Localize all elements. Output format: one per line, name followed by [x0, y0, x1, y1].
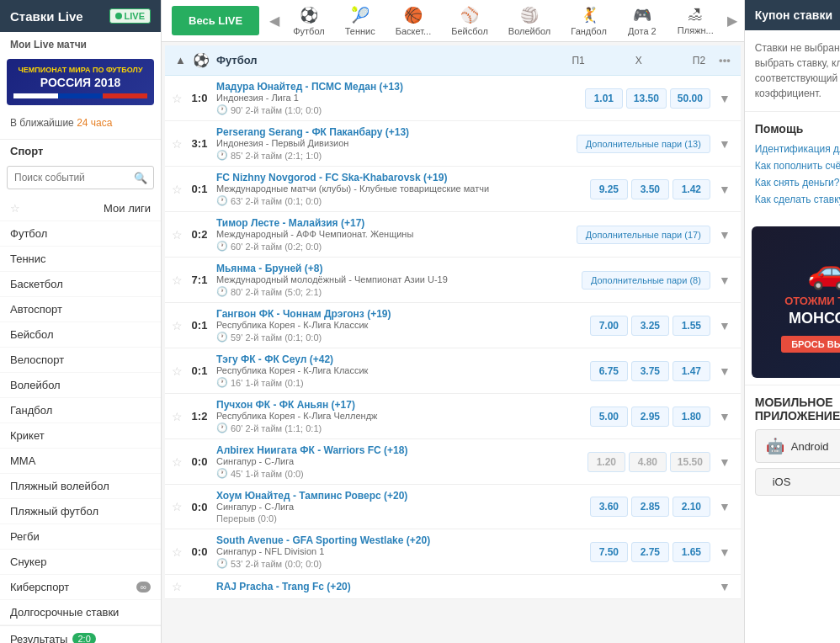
expand-button[interactable]: ▼: [715, 455, 734, 469]
odd-x-button[interactable]: 13.50: [626, 88, 667, 109]
sidebar-item-football[interactable]: Футбол: [0, 221, 161, 247]
favorite-star-button[interactable]: ☆: [172, 228, 183, 242]
all-live-button[interactable]: Весь LIVE: [172, 6, 259, 35]
favorite-star-button[interactable]: ☆: [172, 455, 183, 469]
help-link-withdraw[interactable]: Как снять деньги?: [755, 176, 840, 189]
sport-tab-volleyball[interactable]: 🏐 Волейбол: [498, 1, 561, 41]
expand-button[interactable]: ▼: [715, 137, 734, 151]
match-teams[interactable]: South Avenue - GFA Sporting Westlake (+2…: [216, 534, 585, 546]
match-teams[interactable]: Perserang Serang - ФК Паканбару (+13): [216, 126, 572, 138]
expand-button[interactable]: ▼: [715, 500, 734, 513]
odd-p2-button[interactable]: 2.10: [673, 497, 710, 517]
favorite-star-button[interactable]: ☆: [172, 183, 183, 196]
odd-p1-button[interactable]: 7.00: [590, 316, 628, 336]
odd-p1-button[interactable]: 9.25: [590, 179, 628, 199]
odd-p1-button[interactable]: 3.60: [590, 497, 628, 517]
help-link-id[interactable]: Идентификация для игры: [755, 142, 840, 155]
sidebar-item-esports[interactable]: Киберспорт ∞: [0, 575, 161, 600]
sidebar-item-my-leagues[interactable]: ☆ Мои лиги: [0, 196, 161, 221]
expand-button[interactable]: ▼: [715, 274, 734, 287]
odd-x-button[interactable]: 3.25: [631, 316, 669, 336]
odd-x-button[interactable]: 2.75: [631, 542, 669, 562]
odd-p1-button[interactable]: 7.50: [590, 542, 628, 562]
match-teams[interactable]: Хоум Юнайтед - Тампинс Роверс (+20): [216, 490, 585, 502]
match-teams[interactable]: FC Nizhny Novgorod - FC Ska-Khabarovsk (…: [216, 172, 585, 183]
odd-p1-button[interactable]: 1.01: [585, 88, 623, 109]
odd-x-button[interactable]: 4.80: [629, 452, 667, 472]
sidebar-item-rugby[interactable]: Регби: [0, 524, 161, 550]
odd-p1-button[interactable]: 6.75: [590, 361, 628, 381]
nav-right-arrow[interactable]: ▶: [724, 13, 741, 29]
extra-markets-button[interactable]: Дополнительные пари (17): [577, 226, 710, 244]
extra-markets-button[interactable]: Дополнительные пари (13): [577, 135, 710, 153]
odd-p2-button[interactable]: 1.80: [673, 407, 710, 427]
match-teams[interactable]: Гангвон ФК - Чоннам Дрэгонз (+19): [216, 308, 585, 320]
odd-p1-button[interactable]: 5.00: [590, 407, 628, 427]
sidebar-item-snooker[interactable]: Снукер: [0, 550, 161, 575]
sidebar-item-cricket[interactable]: Крикет: [0, 423, 161, 449]
favorite-star-button[interactable]: ☆: [172, 580, 183, 593]
nav-left-arrow[interactable]: ◀: [266, 13, 283, 29]
expand-button[interactable]: ▼: [715, 580, 734, 593]
match-teams[interactable]: Мадура Юнайтед - ПСМС Медан (+13): [216, 81, 580, 93]
extra-markets-button[interactable]: Дополнительные пари (8): [582, 271, 710, 290]
match-teams[interactable]: Пучхон ФК - ФК Аньян (+17): [216, 399, 585, 411]
odd-p2-button[interactable]: 1.55: [673, 316, 710, 336]
odd-x-button[interactable]: 2.85: [631, 497, 669, 517]
android-button[interactable]: 🤖 Android: [755, 429, 840, 463]
next-24h-link[interactable]: 24 часа: [77, 117, 112, 129]
sidebar-item-volleyball[interactable]: Волейбол: [0, 373, 161, 398]
sport-tab-handball[interactable]: 🤾 Гандбол: [561, 1, 617, 41]
favorite-star-button[interactable]: ☆: [172, 410, 183, 423]
sidebar-item-autosport[interactable]: Автоспорт: [0, 297, 161, 322]
sidebar-item-longterm[interactable]: Долгосрочные ставки: [0, 600, 161, 625]
ad-cta[interactable]: БРОСЬ ВЫЗОВ!: [781, 336, 840, 353]
help-link-bet[interactable]: Как сделать ставку?: [755, 193, 840, 205]
odd-x-button[interactable]: 3.75: [631, 361, 669, 381]
favorite-star-button[interactable]: ☆: [172, 364, 183, 378]
sport-tab-beach[interactable]: 🏖 Пляжн...: [667, 1, 724, 40]
odd-p2-button[interactable]: 1.42: [673, 179, 710, 199]
favorite-star-button[interactable]: ☆: [172, 319, 183, 332]
odd-p1-button[interactable]: 1.20: [587, 452, 625, 472]
help-link-deposit[interactable]: Как пополнить счёт?: [755, 159, 840, 172]
sidebar-item-cycling[interactable]: Велоспорт: [0, 348, 161, 373]
match-teams[interactable]: Алbirex Ниигата ФК - Warriors FC (+18): [216, 444, 582, 456]
expand-button[interactable]: ▼: [715, 228, 734, 242]
favorite-star-button[interactable]: ☆: [172, 545, 183, 559]
sport-tab-tennis[interactable]: 🎾 Теннис: [335, 1, 385, 41]
sidebar-item-basketball[interactable]: Баскетбол: [0, 272, 161, 297]
expand-button[interactable]: ▼: [715, 92, 734, 105]
odd-p2-button[interactable]: 1.65: [673, 542, 710, 562]
sport-tab-dota[interactable]: 🎮 Дота 2: [617, 1, 667, 41]
odd-p2-button[interactable]: 15.50: [670, 452, 710, 472]
expand-button[interactable]: ▼: [715, 364, 734, 378]
match-teams[interactable]: Мьянма - Бруней (+8): [216, 263, 577, 274]
sidebar-item-beach-volleyball[interactable]: Пляжный волейбол: [0, 474, 161, 499]
expand-button[interactable]: ▼: [715, 183, 734, 196]
odd-p2-button[interactable]: 50.00: [670, 88, 710, 109]
sidebar-item-beach-soccer[interactable]: Пляжный футбол: [0, 499, 161, 524]
favorite-star-button[interactable]: ☆: [172, 137, 183, 151]
ios-button[interactable]: iOS: [755, 468, 840, 496]
expand-button[interactable]: ▼: [715, 410, 734, 423]
match-teams[interactable]: Тэгу ФК - ФК Сеул (+42): [216, 353, 585, 365]
collapse-icon[interactable]: ▲: [175, 54, 186, 66]
sport-tab-baseball[interactable]: ⚾ Бейсбол: [441, 1, 498, 41]
sidebar-item-mma[interactable]: MMA: [0, 449, 161, 474]
search-input[interactable]: [7, 166, 154, 189]
match-teams[interactable]: Тимор Лесте - Малайзия (+17): [216, 217, 572, 229]
sport-tab-basketball[interactable]: 🏀 Баскет...: [385, 1, 442, 41]
favorite-star-button[interactable]: ☆: [172, 500, 183, 513]
odd-x-button[interactable]: 3.50: [631, 179, 669, 199]
favorite-star-button[interactable]: ☆: [172, 274, 183, 287]
odd-x-button[interactable]: 2.95: [631, 407, 669, 427]
expand-button[interactable]: ▼: [715, 545, 734, 559]
match-teams[interactable]: RAJ Pracha - Trang Fc (+20): [216, 581, 705, 593]
sidebar-item-baseball[interactable]: Бейсбол: [0, 322, 161, 348]
sport-tab-football[interactable]: ⚽ Футбол: [283, 1, 335, 41]
sidebar-item-handball[interactable]: Гандбол: [0, 398, 161, 423]
results-row[interactable]: Результаты 2:0: [0, 625, 161, 643]
sidebar-item-tennis[interactable]: Теннис: [0, 247, 161, 272]
expand-button[interactable]: ▼: [715, 319, 734, 332]
